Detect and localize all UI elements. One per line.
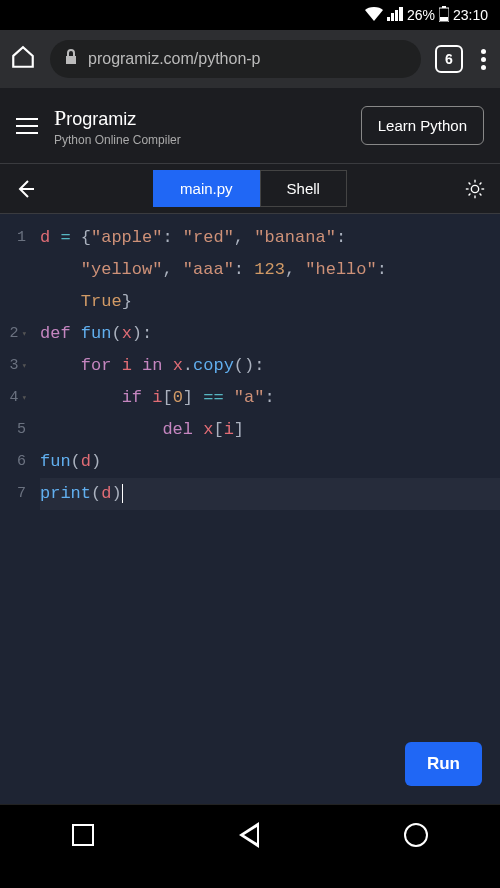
url-text: programiz.com/python-p bbox=[88, 50, 261, 68]
line-number: 7 bbox=[0, 478, 26, 510]
recent-apps-button[interactable] bbox=[72, 824, 94, 846]
svg-line-11 bbox=[469, 193, 471, 195]
svg-rect-1 bbox=[442, 6, 446, 8]
svg-point-4 bbox=[471, 185, 478, 192]
line-number: 6 bbox=[0, 446, 26, 478]
back-icon[interactable] bbox=[0, 177, 50, 201]
status-icons: 26% 23:10 bbox=[365, 6, 488, 25]
android-status-bar: 26% 23:10 bbox=[0, 0, 500, 30]
wifi-icon bbox=[365, 7, 383, 24]
svg-line-10 bbox=[480, 193, 482, 195]
site-header: Programiz Python Online Compiler Learn P… bbox=[0, 88, 500, 164]
svg-line-12 bbox=[480, 182, 482, 184]
overflow-menu-icon[interactable] bbox=[477, 49, 490, 70]
android-nav-bar bbox=[0, 804, 500, 864]
line-number: 1 bbox=[0, 222, 26, 254]
run-button[interactable]: Run bbox=[405, 742, 482, 786]
svg-rect-2 bbox=[440, 17, 448, 21]
svg-rect-3 bbox=[66, 56, 76, 64]
code-editor[interactable]: 1 2 3 4 5 6 7 d = {"apple": "red", "bana… bbox=[0, 214, 500, 804]
brand-subtitle: Python Online Compiler bbox=[54, 133, 345, 147]
line-number: 2 bbox=[10, 318, 26, 350]
brand[interactable]: Programiz Python Online Compiler bbox=[54, 105, 345, 147]
browser-toolbar: programiz.com/python-p 6 bbox=[0, 30, 500, 88]
tab-main[interactable]: main.py bbox=[153, 170, 260, 207]
menu-icon[interactable] bbox=[16, 118, 38, 134]
svg-line-9 bbox=[469, 182, 471, 184]
url-bar[interactable]: programiz.com/python-p bbox=[50, 40, 421, 78]
tab-count-number: 6 bbox=[445, 51, 453, 67]
line-gutter: 1 2 3 4 5 6 7 bbox=[0, 214, 34, 804]
signal-icon bbox=[387, 7, 403, 24]
line-number: 5 bbox=[0, 414, 26, 446]
brand-logo: Programiz bbox=[54, 105, 345, 131]
line-number: 3 bbox=[10, 350, 26, 382]
theme-toggle-icon[interactable] bbox=[450, 178, 500, 200]
battery-percent: 26% bbox=[407, 7, 435, 23]
line-number: 4 bbox=[10, 382, 26, 414]
clock-text: 23:10 bbox=[453, 7, 488, 23]
code-content[interactable]: d = {"apple": "red", "banana": "yellow",… bbox=[34, 214, 500, 804]
tab-shell[interactable]: Shell bbox=[260, 170, 347, 207]
home-icon[interactable] bbox=[10, 44, 36, 74]
tab-switcher[interactable]: 6 bbox=[435, 45, 463, 73]
lock-icon bbox=[64, 49, 78, 69]
battery-icon bbox=[439, 6, 449, 25]
home-button[interactable] bbox=[404, 823, 428, 847]
tabs: main.py Shell bbox=[50, 170, 450, 207]
learn-python-button[interactable]: Learn Python bbox=[361, 106, 484, 145]
editor-tab-bar: main.py Shell bbox=[0, 164, 500, 214]
back-button[interactable] bbox=[239, 822, 259, 848]
